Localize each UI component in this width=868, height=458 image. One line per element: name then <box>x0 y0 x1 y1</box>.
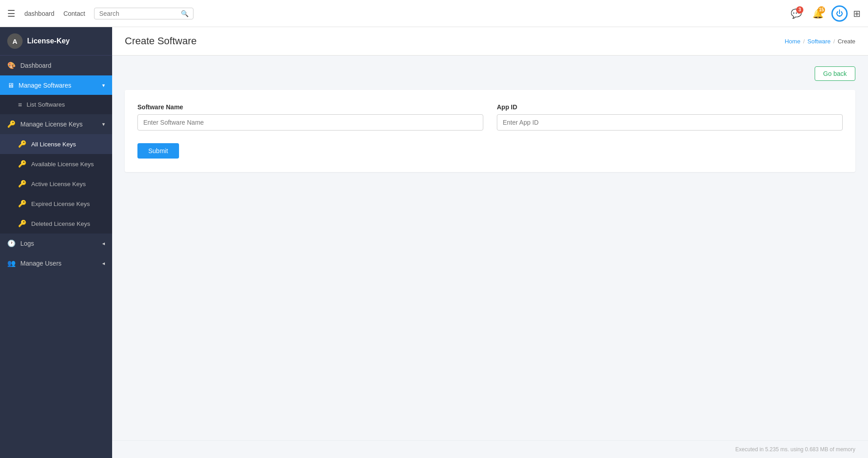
app-id-label: App ID <box>497 103 843 111</box>
sidebar-item-active-license-keys[interactable]: 🔑 Active License Keys <box>0 174 112 194</box>
nav-home[interactable]: dashboard <box>24 10 54 17</box>
brand-avatar: A <box>7 33 23 49</box>
list-icon: ≡ <box>18 101 22 108</box>
sidebar-item-manage-license-keys[interactable]: 🔑 Manage License Keys ▾ <box>0 114 112 134</box>
users-icon: 👥 <box>7 259 16 267</box>
go-back-row: Go back <box>125 66 855 81</box>
sidebar-item-list-softwares[interactable]: ≡ List Softwares <box>0 95 112 114</box>
chevron-down-icon: ▾ <box>102 82 105 89</box>
sidebar-item-expired-license-keys[interactable]: 🔑 Expired License Keys <box>0 194 112 214</box>
topbar: ☰ dashboard Contact 🔍 💬 3 🔔 15 ⏻ ⊞ <box>0 0 868 27</box>
chevron-users-icon: ◂ <box>102 260 105 266</box>
sidebar-label-logs: Logs <box>20 240 34 247</box>
create-software-form: Software Name App ID Submit <box>125 90 855 172</box>
key-active-icon: 🔑 <box>18 180 27 188</box>
apps-grid-icon[interactable]: ⊞ <box>853 8 861 19</box>
sidebar-label-all-license-keys: All License Keys <box>31 141 76 148</box>
sidebar-item-manage-users[interactable]: 👥 Manage Users ◂ <box>0 253 112 273</box>
sidebar-label-expired-license-keys: Expired License Keys <box>31 201 90 207</box>
breadcrumb-sep-1: / <box>803 38 805 45</box>
key-expired-icon: 🔑 <box>18 200 27 208</box>
sidebar: A License-Key 🎨 Dashboard 🖥 Manage Softw… <box>0 27 112 458</box>
chevron-logs-icon: ◂ <box>102 240 105 247</box>
sidebar-item-all-license-keys[interactable]: 🔑 All License Keys <box>0 134 112 154</box>
sidebar-item-manage-softwares[interactable]: 🖥 Manage Softwares ▾ <box>0 75 112 95</box>
software-name-group: Software Name <box>137 103 483 131</box>
sidebar-label-manage-license-keys: Manage License Keys <box>20 121 83 128</box>
topbar-left: ☰ dashboard Contact 🔍 <box>7 8 193 19</box>
topbar-right: 💬 3 🔔 15 ⏻ ⊞ <box>788 5 861 22</box>
page-title: Create Software <box>125 35 197 47</box>
sidebar-label-manage-users: Manage Users <box>20 260 61 267</box>
nav-contact[interactable]: Contact <box>63 10 85 17</box>
sidebar-label-dashboard: Dashboard <box>20 62 52 69</box>
breadcrumb-current: Create <box>838 38 855 45</box>
sidebar-item-deleted-license-keys[interactable]: 🔑 Deleted License Keys <box>0 214 112 234</box>
brand-name: License-Key <box>27 37 70 45</box>
search-input[interactable] <box>99 10 178 17</box>
sidebar-label-list-softwares: List Softwares <box>27 101 65 108</box>
breadcrumb: Home / Software / Create <box>785 38 855 45</box>
power-button[interactable]: ⏻ <box>831 5 848 22</box>
search-box: 🔍 <box>94 8 193 19</box>
footer-status: Executed in 5.235 ms. using 0.683 MB of … <box>112 440 868 458</box>
page-header: Create Software Home / Software / Create <box>112 27 868 56</box>
app-id-input[interactable] <box>497 114 843 131</box>
app-id-group: App ID <box>497 103 843 131</box>
sidebar-label-deleted-license-keys: Deleted License Keys <box>31 220 90 227</box>
search-icon: 🔍 <box>181 10 189 17</box>
main-content: Create Software Home / Software / Create… <box>112 27 868 458</box>
logs-icon: 🕐 <box>7 239 16 248</box>
sidebar-item-logs[interactable]: 🕐 Logs ◂ <box>0 234 112 253</box>
sidebar-item-available-license-keys[interactable]: 🔑 Available License Keys <box>0 154 112 174</box>
chat-button[interactable]: 💬 3 <box>788 5 804 22</box>
chat-badge: 3 <box>796 6 803 14</box>
sidebar-label-available-license-keys: Available License Keys <box>31 161 94 168</box>
notif-badge: 15 <box>818 6 825 14</box>
sidebar-item-dashboard[interactable]: 🎨 Dashboard <box>0 56 112 75</box>
breadcrumb-sep-2: / <box>833 38 835 45</box>
form-fields-row: Software Name App ID <box>137 103 843 131</box>
submit-button[interactable]: Submit <box>137 143 179 159</box>
hamburger-icon[interactable]: ☰ <box>7 8 15 19</box>
breadcrumb-home[interactable]: Home <box>785 38 801 45</box>
go-back-button[interactable]: Go back <box>815 66 855 81</box>
monitor-icon: 🖥 <box>7 81 14 89</box>
sidebar-label-active-license-keys: Active License Keys <box>31 181 86 187</box>
key-deleted-icon: 🔑 <box>18 220 27 228</box>
software-name-label: Software Name <box>137 103 483 111</box>
key-gray-icon: 🔑 <box>7 120 16 128</box>
key-available-icon: 🔑 <box>18 160 27 168</box>
dashboard-icon: 🎨 <box>7 61 16 70</box>
breadcrumb-section[interactable]: Software <box>807 38 830 45</box>
software-name-input[interactable] <box>137 114 483 131</box>
key-all-icon: 🔑 <box>18 140 27 148</box>
chevron-right-icon: ▾ <box>102 121 105 127</box>
notifications-button[interactable]: 🔔 15 <box>810 5 826 22</box>
content-area: Go back Software Name App ID Submit <box>112 56 868 440</box>
sidebar-brand: A License-Key <box>0 27 112 56</box>
body-wrap: A License-Key 🎨 Dashboard 🖥 Manage Softw… <box>0 27 868 458</box>
sidebar-label-manage-softwares: Manage Softwares <box>19 82 71 89</box>
